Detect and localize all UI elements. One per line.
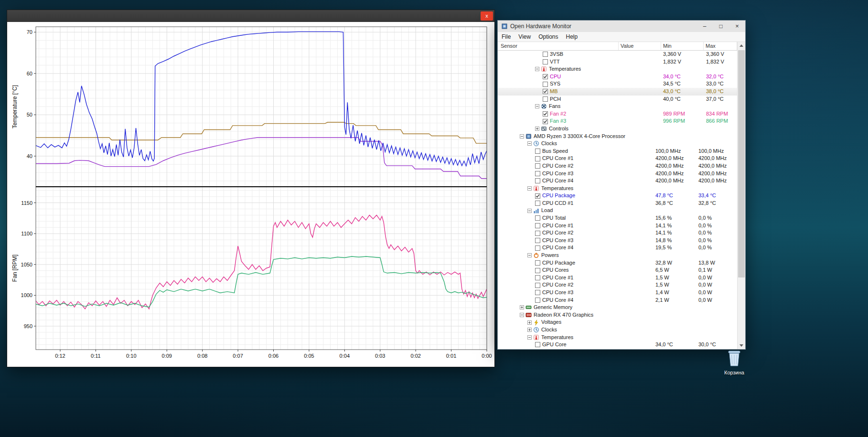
tree-row[interactable]: CPU Core #14200,0 MHz4200,0 MHz4200,0 MH… — [498, 155, 737, 162]
sensor-checkbox[interactable] — [542, 58, 548, 65]
sensor-checkbox[interactable] — [542, 73, 548, 80]
sensor-checkbox[interactable] — [534, 214, 541, 222]
tree-row[interactable]: Generic Memory — [498, 304, 737, 311]
column-header-min[interactable]: Min — [661, 42, 704, 50]
sensor-min: 4200,0 MHz — [697, 162, 737, 170]
sensor-checkbox[interactable] — [534, 341, 541, 348]
collapse-icon[interactable] — [526, 334, 533, 341]
tree-row[interactable]: PCH40,0 °C37,0 °C41,0 °C — [498, 96, 737, 103]
sensor-checkbox[interactable] — [534, 200, 541, 207]
sensor-checkbox[interactable] — [534, 267, 541, 274]
tree-row[interactable]: CPU Core #31,4 W0,0 W6,5 W — [498, 289, 737, 297]
sensor-checkbox[interactable] — [534, 259, 541, 266]
collapse-icon[interactable] — [526, 140, 533, 147]
tree-row[interactable]: Temperatures — [498, 334, 737, 341]
sensor-checkbox[interactable] — [534, 297, 541, 304]
maximize-button[interactable]: □ — [713, 21, 729, 32]
tree-row[interactable]: VTT1,832 V1,832 V1,840 V — [498, 58, 737, 66]
collapse-icon[interactable] — [526, 185, 533, 192]
menu-help[interactable]: Help — [562, 32, 582, 42]
tree-row[interactable]: Controls — [498, 125, 737, 133]
tree-row[interactable]: Load — [498, 207, 737, 214]
sensor-checkbox[interactable] — [534, 192, 541, 200]
tree-row[interactable]: CPU Cores6,5 W0,1 W26,0 W — [498, 266, 737, 274]
menu-file[interactable]: File — [498, 32, 514, 42]
sensor-checkbox[interactable] — [534, 170, 541, 177]
sensor-checkbox[interactable] — [542, 118, 548, 125]
sensor-checkbox[interactable] — [542, 110, 548, 117]
tree-row[interactable]: Powers — [498, 252, 737, 259]
tree-row[interactable]: 3VSB3,360 V3,360 V3,376 V — [498, 51, 737, 58]
sensor-checkbox[interactable] — [534, 177, 541, 184]
plot-close-button[interactable]: x — [481, 11, 493, 21]
collapse-icon[interactable] — [526, 207, 533, 214]
collapse-icon[interactable] — [519, 311, 525, 319]
collapse-icon[interactable] — [526, 252, 533, 259]
tree-row[interactable]: CPU Package32,8 W13,8 W52,7 W — [498, 259, 737, 267]
column-header-value[interactable]: Value — [619, 42, 661, 50]
collapse-icon[interactable] — [534, 65, 540, 73]
column-header-max[interactable]: Max — [704, 42, 737, 50]
vertical-scrollbar[interactable] — [737, 42, 745, 349]
menu-options[interactable]: Options — [535, 32, 562, 42]
tree-row[interactable]: Clocks — [498, 326, 737, 334]
tree-row[interactable]: AMD Ryzen 3 3300X 4-Core Processor — [498, 133, 737, 140]
sensor-checkbox[interactable] — [542, 96, 548, 103]
sensor-checkbox[interactable] — [534, 155, 541, 162]
tree-row[interactable]: CPU Core #11,5 W0,0 W6,5 W — [498, 274, 737, 282]
sensor-checkbox[interactable] — [534, 222, 541, 229]
tree-row[interactable]: CPU CCD #136,8 °C32,8 °C71,8 °C — [498, 200, 737, 207]
sensor-checkbox[interactable] — [534, 289, 541, 296]
tree-row[interactable]: MB43,0 °C38,0 °C48,0 °C — [498, 88, 737, 96]
collapse-icon[interactable] — [519, 133, 525, 140]
expand-icon[interactable] — [526, 326, 533, 333]
sensor-max — [725, 311, 737, 319]
tree-row[interactable]: CPU Total15,6 %0,0 %100,0 % — [498, 214, 737, 222]
tree-row[interactable]: Clocks — [498, 140, 737, 148]
tree-row[interactable]: CPU Core #114,1 %0,0 %100,0 % — [498, 222, 737, 230]
tree-row[interactable]: CPU Core #419,5 %0,0 %100,0 % — [498, 244, 737, 252]
sensor-checkbox[interactable] — [534, 148, 541, 155]
tree-row[interactable]: CPU Core #34200,0 MHz4200,0 MHz4200,0 MH… — [498, 170, 737, 178]
tree-row[interactable]: CPU Package47,8 °C33,4 °C70,3 °C — [498, 192, 737, 200]
ohm-titlebar[interactable]: Open Hardware Monitor – □ × — [498, 21, 745, 32]
scrollbar-thumb[interactable] — [738, 50, 745, 277]
tree-row[interactable]: Radeon RX 470 Graphics — [498, 311, 737, 319]
tree-row[interactable]: CPU Core #21,5 W0,0 W6,5 W — [498, 281, 737, 289]
tree-row[interactable]: Temperatures — [498, 65, 737, 73]
sensor-checkbox[interactable] — [534, 230, 541, 237]
sensor-checkbox[interactable] — [542, 88, 548, 95]
sensor-checkbox[interactable] — [534, 237, 541, 244]
expand-icon[interactable] — [534, 125, 540, 132]
tree-row[interactable]: Temperatures — [498, 185, 737, 192]
expand-icon[interactable] — [519, 304, 525, 311]
tree-row[interactable]: CPU Core #314,8 %0,0 %100,0 % — [498, 237, 737, 245]
tree-row[interactable]: CPU Core #44200,0 MHz4200,0 MHz4200,0 MH… — [498, 177, 737, 185]
tree-row[interactable]: Bus Speed100,0 MHz100,0 MHz100,0 MHz — [498, 148, 737, 155]
tree-row[interactable]: CPU34,0 °C32,0 °C45,0 °C — [498, 73, 737, 81]
close-button[interactable]: × — [729, 21, 745, 32]
tree-row[interactable]: Fan #3996 RPM866 RPM1069 RPM — [498, 117, 737, 125]
recycle-bin-icon[interactable]: Корзина — [718, 348, 750, 375]
menu-view[interactable]: View — [514, 32, 535, 42]
scroll-up-icon[interactable] — [738, 42, 745, 49]
tree-row[interactable]: CPU Core #214,1 %0,0 %100,0 % — [498, 229, 737, 237]
tree-row[interactable]: SYS34,5 °C33,0 °C35,5 °C — [498, 80, 737, 88]
column-header-sensor[interactable]: Sensor — [498, 42, 619, 50]
collapse-icon[interactable] — [534, 103, 540, 110]
expand-icon[interactable] — [526, 319, 533, 326]
tree-row[interactable]: CPU Core #42,1 W0,0 W6,5 W — [498, 297, 737, 304]
sensor-checkbox[interactable] — [534, 274, 541, 281]
plot-window-titlebar[interactable]: x — [7, 10, 494, 22]
tree-row[interactable]: GPU Core34,0 °C30,0 °C41,0 °C — [498, 341, 737, 349]
tree-row[interactable]: CPU Core #24200,0 MHz4200,0 MHz4200,0 MH… — [498, 162, 737, 170]
sensor-checkbox[interactable] — [542, 81, 548, 88]
minimize-button[interactable]: – — [697, 21, 713, 32]
sensor-checkbox[interactable] — [534, 162, 541, 170]
sensor-checkbox[interactable] — [534, 245, 541, 252]
tree-row[interactable]: Voltages — [498, 319, 737, 326]
sensor-checkbox[interactable] — [534, 282, 541, 289]
tree-row[interactable]: Fan #2989 RPM834 RPM1141 RPM — [498, 110, 737, 118]
tree-row[interactable]: Fans — [498, 103, 737, 110]
sensor-checkbox[interactable] — [542, 51, 548, 58]
